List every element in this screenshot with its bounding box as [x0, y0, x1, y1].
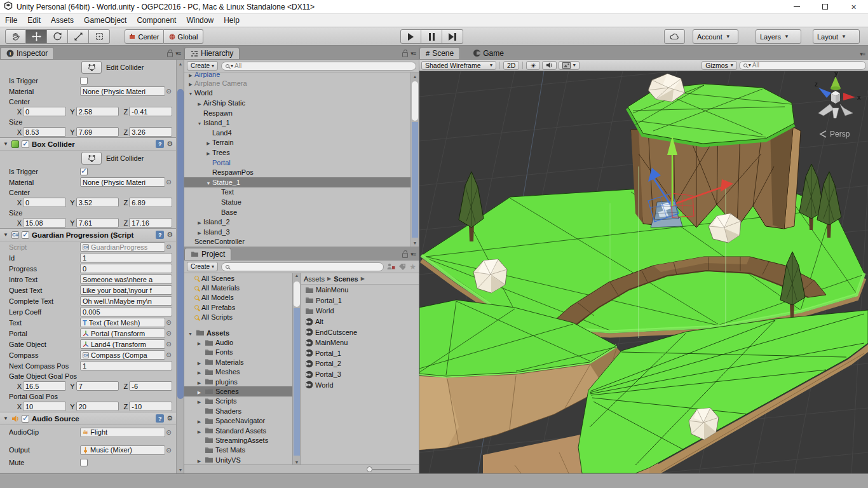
scrollbar-track-lower[interactable]: [294, 308, 300, 456]
lock-icon[interactable]: [402, 52, 408, 57]
effects-dropdown[interactable]: ▾: [559, 61, 580, 70]
shading-mode-dropdown[interactable]: Shaded Wireframe▾: [421, 61, 496, 70]
minimize-button[interactable]: [782, 0, 811, 14]
object-picker-icon[interactable]: ⊙: [165, 243, 172, 250]
expand-arrow-icon[interactable]: [196, 228, 203, 236]
expand-arrow-icon[interactable]: [187, 79, 194, 87]
portal-object-field[interactable]: Portal (Transform: [80, 329, 165, 338]
lerp-coeff-field[interactable]: [80, 307, 172, 316]
size-z-field[interactable]: [129, 218, 172, 227]
id-field[interactable]: [80, 253, 172, 262]
tab-project[interactable]: Project: [184, 248, 231, 260]
size-z-field[interactable]: [129, 127, 172, 137]
size-y-field[interactable]: [76, 218, 119, 227]
project-tree-item[interactable]: Scripts: [184, 396, 292, 406]
hierarchy-item[interactable]: Statue: [184, 197, 410, 207]
is-trigger-checkbox[interactable]: [80, 168, 88, 175]
object-picker-icon[interactable]: ⊙: [165, 88, 172, 95]
panel-menu-icon[interactable]: ▾≡: [410, 50, 416, 57]
project-file-item[interactable]: Portal_2: [301, 358, 419, 369]
scroll-up-icon[interactable]: ▲: [293, 273, 301, 278]
expand-arrow-icon[interactable]: [196, 417, 203, 424]
expand-arrow-icon[interactable]: [196, 119, 203, 126]
help-icon[interactable]: ?: [156, 140, 164, 148]
project-favorite-item[interactable]: All Materials: [184, 283, 292, 292]
hierarchy-item[interactable]: Island_3: [184, 227, 410, 237]
expand-arrow-icon[interactable]: [187, 72, 194, 78]
hierarchy-item[interactable]: SceneController: [184, 237, 410, 247]
progress-field[interactable]: [80, 264, 172, 273]
object-picker-icon[interactable]: ⊙: [165, 330, 172, 337]
tab-scene[interactable]: #Scene: [419, 47, 460, 59]
project-tree-item[interactable]: Meshes: [184, 367, 292, 377]
project-file-item[interactable]: World: [301, 379, 419, 390]
scrollbar-thumb[interactable]: [177, 89, 184, 399]
size-y-field[interactable]: [76, 127, 119, 137]
expand-arrow-icon[interactable]: [196, 99, 203, 107]
intro-text-field[interactable]: [80, 274, 172, 284]
expand-arrow-icon[interactable]: [196, 388, 203, 395]
hierarchy-item[interactable]: Statue_1: [184, 177, 410, 187]
audio-toggle-button[interactable]: [542, 61, 557, 70]
layers-dropdown[interactable]: Layers▼: [756, 29, 801, 44]
menu-item[interactable]: GameObject: [79, 14, 132, 27]
scrollbar-thumb[interactable]: [412, 81, 418, 121]
pivot-center-button[interactable]: Center: [125, 29, 164, 44]
center-y-field[interactable]: [76, 107, 119, 116]
center-x-field[interactable]: [23, 198, 66, 207]
rotation-global-button[interactable]: Global: [164, 29, 203, 44]
foldout-arrow[interactable]: ▼: [3, 141, 9, 147]
expand-arrow-icon[interactable]: [196, 218, 203, 226]
close-button[interactable]: ×: [839, 0, 868, 14]
material-field[interactable]: None (Physic Materi: [80, 86, 165, 96]
create-button[interactable]: Create▾: [187, 61, 218, 71]
expand-arrow-icon[interactable]: [196, 456, 203, 464]
size-x-field[interactable]: [23, 218, 66, 227]
project-tree-item[interactable]: Fonts: [184, 348, 292, 357]
project-favorite-item[interactable]: All Scenes: [184, 273, 292, 283]
gear-icon[interactable]: ⚙: [166, 140, 173, 148]
project-file-item[interactable]: MainMenu: [301, 337, 419, 348]
scrollbar-thumb[interactable]: [294, 281, 300, 307]
project-favorite-item[interactable]: All Models: [184, 293, 292, 302]
search-by-type-icon[interactable]: [387, 263, 395, 270]
hierarchy-item[interactable]: Text: [184, 187, 410, 198]
is-trigger-checkbox[interactable]: [80, 77, 88, 85]
project-tree-item[interactable]: Assets: [184, 328, 292, 337]
breadcrumb-current[interactable]: Scenes: [334, 275, 358, 283]
center-y-field[interactable]: [76, 198, 119, 207]
project-tree-item[interactable]: Audio: [184, 337, 292, 347]
hierarchy-item[interactable]: Terrain: [184, 138, 410, 148]
expand-arrow-icon[interactable]: [196, 397, 203, 405]
output-mixer-field[interactable]: Music (Mixer): [80, 445, 165, 455]
hierarchy-search-input[interactable]: ▾All: [221, 62, 416, 71]
expand-arrow-icon[interactable]: [196, 358, 203, 366]
menu-item[interactable]: File: [0, 14, 22, 27]
object-picker-icon[interactable]: ⊙: [165, 319, 172, 326]
component-enabled-checkbox[interactable]: [22, 231, 29, 239]
thumbnail-size-slider[interactable]: [367, 466, 410, 472]
compass-object-field[interactable]: C#Compass (Compa: [80, 350, 165, 360]
expand-arrow-icon[interactable]: [187, 329, 194, 337]
menu-item[interactable]: Edit: [22, 14, 46, 27]
hierarchy-item[interactable]: Base: [184, 207, 410, 217]
text-object-field[interactable]: TText (Text Mesh): [80, 318, 165, 327]
lock-icon[interactable]: [167, 52, 173, 57]
project-file-item[interactable]: Alt: [301, 316, 419, 327]
scroll-down-icon[interactable]: ▼: [293, 460, 301, 464]
gate-goal-y-field[interactable]: [76, 381, 119, 391]
object-picker-icon[interactable]: ⊙: [165, 179, 172, 186]
hierarchy-item[interactable]: Airplane: [184, 72, 410, 78]
project-file-item[interactable]: Portal_1: [301, 348, 419, 359]
tab-hierarchy[interactable]: Hierarchy: [184, 47, 240, 59]
breadcrumb-root[interactable]: Assets: [304, 275, 325, 283]
scroll-down-icon[interactable]: ▼: [411, 239, 419, 247]
foldout-arrow[interactable]: ▼: [3, 232, 9, 238]
panel-menu-icon[interactable]: ▾≡: [860, 51, 865, 57]
cloud-button[interactable]: [664, 29, 685, 44]
gate-object-field[interactable]: Land4 (Transform: [80, 339, 165, 349]
menu-item[interactable]: Help: [219, 14, 245, 27]
center-z-field[interactable]: [129, 107, 172, 116]
persp-label[interactable]: Persp: [830, 130, 850, 139]
expand-arrow-icon[interactable]: [196, 378, 203, 386]
